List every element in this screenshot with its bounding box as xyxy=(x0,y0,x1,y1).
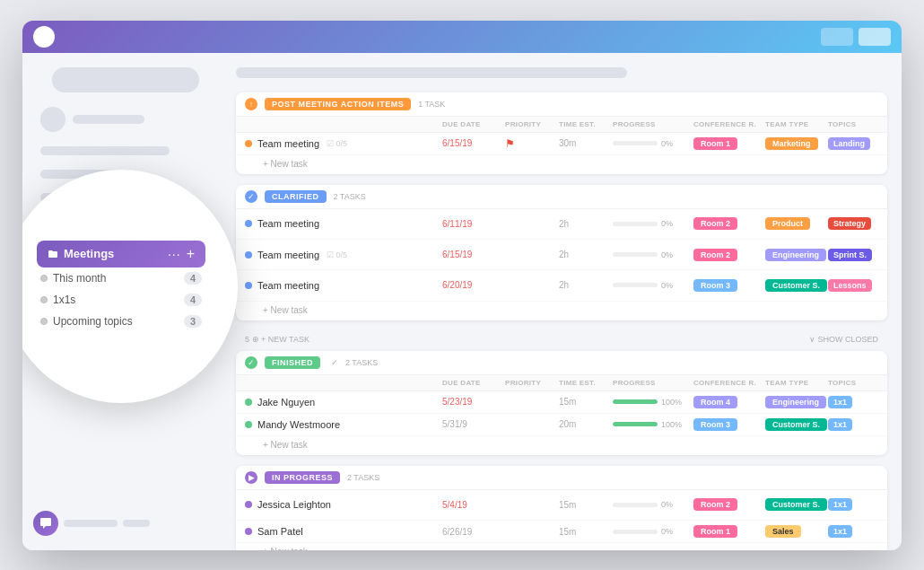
col-team: TEAM TYPE xyxy=(765,379,828,387)
task-due-date: 6/15/19 xyxy=(442,250,505,259)
section-count: 2 TASKS xyxy=(347,473,379,482)
table-row[interactable]: Jessica Leighton 5/4/19 15m 0% Room 2 Cu… xyxy=(236,490,887,521)
meetings-title-row: Meetings xyxy=(48,247,114,260)
col-headers: DUE DATE PRIORITY TIME EST. PROGRESS CON… xyxy=(236,117,887,133)
task-conf-room: Room 2 xyxy=(693,498,765,511)
progress-pct: 0% xyxy=(661,219,673,228)
show-closed-btn[interactable]: ∨ SHOW CLOSED xyxy=(809,335,878,344)
col-time: TIME EST. xyxy=(559,379,613,387)
progress-pct: 0% xyxy=(661,281,673,290)
task-label: Mandy Westmoore xyxy=(257,419,340,430)
sidebar-item-left: This month xyxy=(40,272,106,285)
task-name: Team meeting ☑ 0/5 xyxy=(245,250,442,260)
section-header: ▶ IN PROGRESS 2 TASKS xyxy=(236,466,887,490)
task-team-type: Customer S. xyxy=(765,498,828,511)
task-team-type: Customer S. xyxy=(765,418,828,431)
sidebar-nav-1[interactable] xyxy=(40,146,170,155)
task-time: 15m xyxy=(559,397,613,407)
task-time: 15m xyxy=(559,500,613,510)
section-icon: ↑ xyxy=(245,98,257,110)
task-label: Team meeting xyxy=(257,218,319,229)
table-row[interactable]: Sam Patel 6/26/19 15m 0% Room 1 Sales 1x… xyxy=(236,521,887,543)
task-due-date: 5/4/19 xyxy=(442,500,505,510)
col-due: DUE DATE xyxy=(442,379,505,387)
new-task-row[interactable]: + New task xyxy=(236,302,887,320)
task-name: Sam Patel xyxy=(245,526,442,537)
task-conf-room: Room 1 xyxy=(693,137,765,150)
sidebar-item-count: 4 xyxy=(184,272,202,285)
section-badge: CLARIFIED xyxy=(265,190,327,203)
col-task xyxy=(245,379,442,387)
task-due-date: 5/31/9 xyxy=(442,419,505,429)
meetings-add-button[interactable]: + xyxy=(187,246,195,262)
sidebar-item-upcoming-topics[interactable]: Upcoming topics 3 xyxy=(37,311,205,332)
titlebar-btn-1[interactable] xyxy=(821,28,853,46)
meetings-header-pill[interactable]: Meetings ··· + xyxy=(37,241,205,267)
col-due: DUE DATE xyxy=(442,120,505,128)
task-progress: 0% xyxy=(613,139,693,148)
task-topic: Strategy xyxy=(828,217,887,230)
task-name: Jake Nguyen xyxy=(245,397,442,408)
titlebar-btn-2[interactable] xyxy=(859,28,891,46)
task-progress: 100% xyxy=(613,420,693,429)
task-team-type: Engineering xyxy=(765,396,828,408)
task-color-dot xyxy=(245,282,252,289)
main-content[interactable]: ↑ POST MEETING ACTION ITEMS 1 TASK DUE D… xyxy=(229,53,902,550)
table-row[interactable]: Mandy Westmoore 5/31/9 20m 100% Room 3 C… xyxy=(236,414,887,436)
table-row[interactable]: Team meeting ☑ 0/5 6/15/19 ⚑ 30m 0% Room… xyxy=(236,133,887,155)
task-conf-room: Room 2 xyxy=(693,217,765,230)
col-topics: TOPICS xyxy=(828,379,887,387)
chat-icon[interactable] xyxy=(33,511,58,536)
meetings-more-button[interactable]: ··· xyxy=(168,247,181,261)
task-progress: 100% xyxy=(613,398,693,407)
section-check: ✓ xyxy=(331,358,338,367)
progress-bar-track xyxy=(613,503,658,507)
task-progress: 0% xyxy=(613,281,693,290)
sidebar-item-this-month[interactable]: This month 4 xyxy=(37,267,205,289)
col-headers: DUE DATE PRIORITY TIME EST. PROGRESS CON… xyxy=(236,375,887,391)
task-name: Team meeting xyxy=(245,218,442,229)
progress-pct: 0% xyxy=(661,500,673,509)
table-row[interactable]: Team meeting ☑ 0/5 6/15/19 2h 0% Room 2 … xyxy=(236,240,887,270)
task-topic: Landing xyxy=(828,137,887,150)
task-topic: Lessons xyxy=(828,279,887,292)
task-color-dot xyxy=(245,501,252,508)
section-header: ✓ FINISHED ✓ 2 TASKS xyxy=(236,351,887,375)
sidebar-item-1x1s[interactable]: 1x1s 4 xyxy=(37,289,205,311)
progress-bar-track xyxy=(613,422,658,426)
sidebar-item-label: 1x1s xyxy=(53,294,75,306)
task-progress: 0% xyxy=(613,527,693,536)
section-header: ✓ CLARIFIED 2 TASKS xyxy=(236,185,887,209)
circle-inner: Meetings ··· + This month 4 xyxy=(22,226,220,346)
task-team-type: Customer S. xyxy=(765,279,828,292)
progress-pct: 0% xyxy=(661,139,673,148)
titlebar-controls xyxy=(821,28,891,46)
new-task-row[interactable]: + New task xyxy=(236,543,887,550)
task-color-dot xyxy=(245,399,252,406)
progress-bar-track xyxy=(613,530,658,534)
section-count: 1 TASK xyxy=(418,100,445,109)
section-controls-row: 5 ⊕ + NEW TASK ∨ SHOW CLOSED xyxy=(236,331,887,347)
progress-bar-track xyxy=(613,283,658,287)
task-due-date: 6/26/19 xyxy=(442,527,505,537)
table-row[interactable]: Team meeting 6/11/19 2h 0% Room 2 Produc… xyxy=(236,209,887,240)
col-task xyxy=(245,120,442,128)
progress-bar-track xyxy=(613,222,658,226)
new-task-row[interactable]: + New task xyxy=(236,436,887,455)
table-row[interactable]: Jake Nguyen 5/23/19 15m 100% Room 4 Engi… xyxy=(236,391,887,414)
task-team-type: Product xyxy=(765,217,828,230)
chat-label2 xyxy=(123,520,150,527)
task-due-date: 6/20/19 xyxy=(442,280,505,290)
progress-bar-track xyxy=(613,399,658,404)
task-check: ☑ 0/5 xyxy=(327,139,347,148)
sidebar-search[interactable] xyxy=(52,67,200,92)
progress-bar-track xyxy=(613,141,658,145)
table-row[interactable]: Team meeting 6/20/19 2h 0% Room 3 Custom… xyxy=(236,270,887,301)
titlebar xyxy=(22,21,902,53)
task-label: Jake Nguyen xyxy=(257,397,315,408)
progress-pct: 0% xyxy=(661,250,673,259)
sidebar: Meetings ··· + This month 4 xyxy=(22,53,229,550)
new-task-row[interactable]: + New task xyxy=(236,155,887,174)
meetings-actions: ··· + xyxy=(168,246,195,262)
col-team: TEAM TYPE xyxy=(765,120,828,128)
